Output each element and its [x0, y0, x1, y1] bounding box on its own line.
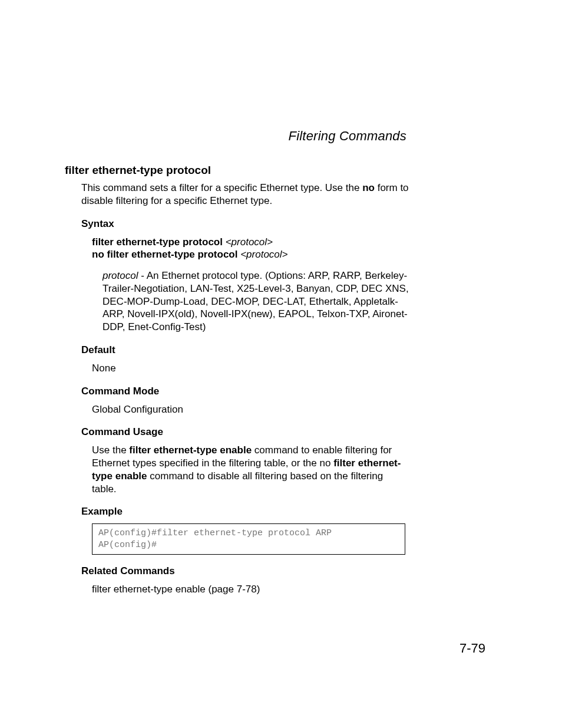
related-heading: Related Commands	[81, 565, 477, 577]
intro-no-word: no	[362, 182, 375, 193]
syntax-heading: Syntax	[81, 218, 477, 230]
intro-paragraph: This command sets a filter for a specifi…	[81, 182, 411, 207]
command-title: filter ethernet-type protocol	[65, 164, 477, 177]
syntax-desc-text: - An Ethernet protocol type. (Options: A…	[103, 270, 409, 332]
syntax-line-2: no filter ethernet-type protocol <protoc…	[92, 248, 410, 261]
example-codebox: AP(config)#filter ethernet-type protocol…	[92, 523, 405, 555]
default-heading: Default	[81, 344, 477, 356]
page: Filtering Commands filter ethernet-type …	[0, 0, 562, 728]
section-title-text: Filtering Commands	[289, 129, 406, 143]
syntax-description: protocol - An Ethernet protocol type. (O…	[103, 269, 409, 334]
syntax-desc-term: protocol	[103, 270, 138, 281]
command-mode-heading: Command Mode	[81, 386, 477, 397]
intro-text-1: This command sets a filter for a specifi…	[81, 182, 362, 193]
section-header: Filtering Commands	[65, 129, 477, 144]
usage-bold1: filter ethernet-type enable	[129, 444, 252, 456]
command-mode-value: Global Configuration	[92, 403, 477, 416]
syntax-line-1: filter ethernet-type protocol <protocol>	[92, 236, 410, 249]
content-area: Filtering Commands filter ethernet-type …	[65, 129, 477, 607]
command-title-text: filter ethernet-type protocol	[65, 164, 211, 176]
example-heading: Example	[81, 506, 477, 518]
syntax-line2-italic: <protocol>	[240, 249, 287, 260]
default-value: None	[92, 362, 477, 375]
syntax-lines: filter ethernet-type protocol <protocol>…	[92, 236, 410, 262]
command-usage-text: Use the filter ethernet-type enable comm…	[92, 444, 410, 495]
command-usage-heading: Command Usage	[81, 426, 477, 438]
syntax-line1-italic: <protocol>	[226, 236, 273, 248]
syntax-line2-bold: no filter ethernet-type protocol	[92, 249, 240, 260]
usage-pre1: Use the	[92, 444, 129, 456]
page-number: 7-79	[459, 641, 485, 656]
syntax-line1-bold: filter ethernet-type protocol	[92, 236, 226, 248]
related-text: filter ethernet-type enable (page 7-78)	[92, 583, 477, 596]
